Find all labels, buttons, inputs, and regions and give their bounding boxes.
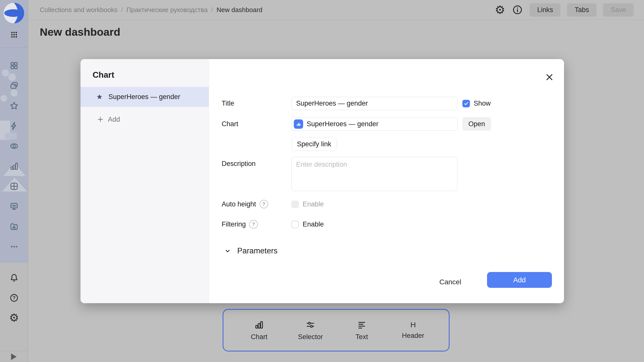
star-icon xyxy=(96,94,103,100)
breadcrumb-separator: / xyxy=(121,6,123,14)
add-button[interactable]: Add xyxy=(487,272,552,288)
description-textarea[interactable] xyxy=(291,157,457,191)
chart-type-icon xyxy=(294,119,303,129)
help-icon[interactable]: ? xyxy=(9,293,19,303)
breadcrumb-separator: / xyxy=(211,6,213,14)
notifications-icon[interactable] xyxy=(9,273,19,283)
checkbox-checked-icon xyxy=(462,100,470,107)
chart-select-value: SuperHeroes — gender xyxy=(307,120,378,128)
checkbox-disabled-icon xyxy=(291,201,299,208)
parameters-section-toggle[interactable]: Parameters xyxy=(224,246,277,255)
connections-icon[interactable] xyxy=(9,121,19,131)
title-input[interactable] xyxy=(291,97,457,110)
favorites-icon[interactable] xyxy=(9,101,19,111)
close-icon[interactable] xyxy=(544,72,555,83)
auto-height-enable-label: Enable xyxy=(303,200,324,208)
svg-text:?: ? xyxy=(13,295,16,300)
add-chart-button[interactable]: Add xyxy=(80,112,209,127)
chart-dialog-body: Title Show Chart xyxy=(209,59,564,303)
app-window: ? ⚙ Collections and workbooks / Практиче… xyxy=(0,0,644,362)
auto-height-label: Auto height xyxy=(222,200,256,208)
widget-label: Text xyxy=(355,333,368,341)
description-label: Description xyxy=(222,160,256,168)
widget-selector-button[interactable]: Selector xyxy=(285,320,336,341)
auto-height-label-row: Auto height ? xyxy=(222,200,268,208)
text-icon xyxy=(357,320,367,330)
chart-select-input[interactable]: SuperHeroes — gender xyxy=(291,117,457,131)
widget-chart-button[interactable]: Chart xyxy=(233,320,285,341)
settings-icon[interactable]: ⚙ xyxy=(9,313,19,323)
page-title: New dashboard xyxy=(40,26,120,38)
widget-label: Header xyxy=(402,332,424,340)
plus-icon xyxy=(97,116,104,123)
widget-text-button[interactable]: Text xyxy=(336,320,387,341)
header-icon: H xyxy=(410,321,416,329)
more-icon[interactable] xyxy=(9,242,19,252)
widget-label: Chart xyxy=(251,333,267,341)
links-button[interactable]: Links xyxy=(530,3,560,17)
datasets-icon[interactable] xyxy=(9,141,19,151)
auto-height-checkbox[interactable]: Enable xyxy=(291,200,324,208)
chart-label: Chart xyxy=(222,117,238,131)
chart-list-item-selected[interactable]: SuperHeroes — gender xyxy=(80,87,209,107)
chart-dialog-sidebar: Chart SuperHeroes — gender Add xyxy=(80,59,209,303)
dashboards-icon[interactable] xyxy=(9,181,19,191)
checkbox-unchecked-icon xyxy=(291,221,299,228)
save-button[interactable]: Save xyxy=(603,3,634,17)
open-chart-button[interactable]: Open xyxy=(462,117,491,131)
expand-sidebar-icon[interactable] xyxy=(11,353,17,360)
dashboard-settings-icon[interactable]: ⚙ xyxy=(494,4,505,15)
parameters-label: Parameters xyxy=(237,246,277,255)
add-label: Add xyxy=(108,116,120,123)
charts-icon[interactable] xyxy=(9,161,19,171)
show-checkbox[interactable]: Show xyxy=(462,100,491,107)
cancel-button[interactable]: Cancel xyxy=(433,275,468,290)
breadcrumb-guides[interactable]: Практические руководства xyxy=(127,6,208,14)
tabs-button[interactable]: Tabs xyxy=(567,3,596,17)
workbooks-icon[interactable] xyxy=(9,81,19,91)
apps-grid-icon[interactable] xyxy=(9,30,19,40)
chart-icon xyxy=(254,320,264,330)
specify-link-button[interactable]: Specify link xyxy=(291,137,337,151)
datalens-logo[interactable] xyxy=(3,3,24,24)
filtering-help-icon[interactable]: ? xyxy=(249,220,258,229)
breadcrumb: Collections and workbooks / Практические… xyxy=(40,6,262,14)
widget-label: Selector xyxy=(298,333,323,341)
filtering-checkbox[interactable]: Enable xyxy=(291,220,324,228)
list-item-label: SuperHeroes — gender xyxy=(108,93,180,101)
chart-dialog: Chart SuperHeroes — gender Add xyxy=(80,59,564,303)
breadcrumb-collections[interactable]: Collections and workbooks xyxy=(40,6,117,14)
info-icon[interactable] xyxy=(512,4,523,15)
topbar: Collections and workbooks / Практические… xyxy=(28,0,644,20)
collections-icon[interactable] xyxy=(9,61,19,71)
widget-bar: Chart Selector Text H Header xyxy=(223,309,450,351)
auto-height-help-icon[interactable]: ? xyxy=(260,200,268,208)
sidebar: ? ⚙ xyxy=(0,0,28,362)
filtering-label-row: Filtering ? xyxy=(222,220,258,228)
chevron-down-icon xyxy=(224,247,231,255)
widget-header-button[interactable]: H Header xyxy=(387,321,439,340)
show-label: Show xyxy=(474,100,491,107)
title-label: Title xyxy=(222,97,234,110)
dialog-title: Chart xyxy=(93,70,114,80)
filtering-enable-label: Enable xyxy=(303,220,324,228)
monitoring-icon[interactable] xyxy=(9,201,19,211)
storage-icon[interactable] xyxy=(9,221,19,232)
filtering-label: Filtering xyxy=(222,220,246,228)
selector-icon xyxy=(305,320,315,330)
breadcrumb-current: New dashboard xyxy=(217,6,262,14)
